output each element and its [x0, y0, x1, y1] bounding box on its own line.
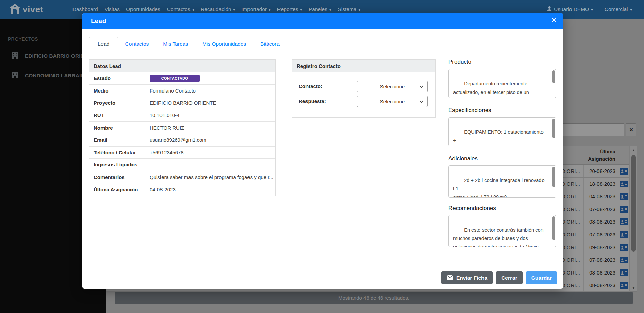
close-icon[interactable]: ×: [552, 16, 556, 24]
datos-lead-table: Datos Lead Estado CONTACTADO Medio Formu…: [89, 59, 276, 196]
field-value: usuario89269@gm1.com: [145, 134, 275, 146]
field-value: 04-08-2023: [145, 183, 275, 196]
chevron-down-icon: [419, 99, 423, 103]
modal-header: Lead ×: [82, 13, 563, 29]
textarea-scrollbar-thumb[interactable]: [552, 70, 555, 83]
tab-lead[interactable]: Lead: [89, 37, 118, 51]
nav-item-recaudacion[interactable]: Recaudación: [201, 6, 235, 12]
enviar-ficha-label: Enviar Ficha: [456, 275, 487, 281]
tab-contactos[interactable]: Contactos: [118, 37, 156, 51]
textarea-scrollbar-thumb[interactable]: [552, 167, 555, 187]
contacto-select[interactable]: -- Seleccione --: [357, 81, 428, 92]
field-label: Nombre: [89, 122, 145, 134]
field-value: Formulario Contacto: [145, 85, 275, 97]
field-value: Quisiera saber mas sobre el programa fog…: [145, 171, 275, 183]
recomendaciones-heading: Recomendaciones: [448, 205, 556, 212]
field-row-medio: Medio Formulario Contacto: [89, 85, 275, 97]
nav-item-sistema[interactable]: Sistema: [338, 6, 360, 12]
respuesta-selected-value: -- Seleccione --: [375, 99, 410, 104]
field-label: Estado: [89, 72, 145, 84]
registro-contacto-header: Registro Contacto: [292, 60, 435, 72]
tab-mis-oportunidades[interactable]: Mis Oportunidades: [195, 37, 253, 51]
enviar-ficha-button[interactable]: Enviar Ficha: [441, 271, 493, 284]
field-row-email: Email usuario89269@gm1.com: [89, 134, 275, 147]
field-row-ultima-asignacion: Última Asignación 04-08-2023: [89, 183, 275, 196]
field-label: Medio: [89, 85, 145, 97]
field-row-nombre: Nombre HECTOR RUIZ: [89, 122, 275, 134]
field-row-estado: Estado CONTACTADO: [89, 72, 275, 85]
producto-text: Departamento recientemente actualizado, …: [453, 81, 529, 98]
adicionales-heading: Adicionales: [448, 155, 556, 162]
recomendaciones-textarea[interactable]: En este sector contarás también con much…: [448, 215, 556, 247]
modal-tabs: Lead Contactos Mis Tareas Mis Oportunida…: [89, 36, 556, 51]
adicionales-text: 2d + 2b l cocina integrada l renovado l …: [453, 178, 546, 198]
field-label: RUT: [89, 109, 145, 122]
nav-item-oportunidades[interactable]: Oportunidades: [126, 6, 160, 12]
datos-lead-header: Datos Lead: [89, 60, 275, 72]
modal-title: Lead: [91, 17, 106, 25]
field-value: EDIFICIO BARRIO ORIENTE: [145, 97, 275, 109]
field-row-proyecto: Proyecto EDIFICIO BARRIO ORIENTE: [89, 97, 275, 109]
field-label: Comentarios: [89, 171, 145, 183]
field-label: Email: [89, 134, 145, 146]
field-value: CONTACTADO: [145, 72, 275, 84]
field-value: 10.101.010-4: [145, 109, 275, 122]
field-label: Última Asignación: [89, 183, 145, 196]
field-row-rut: RUT 10.101.010-4: [89, 109, 275, 122]
producto-textarea[interactable]: Departamento recientemente actualizado, …: [448, 69, 556, 98]
lead-modal: Lead × Lead Contactos Mis Tareas Mis Opo…: [82, 13, 563, 289]
role-menu[interactable]: Comercial: [605, 6, 632, 12]
user-menu[interactable]: Usuario DEMO: [547, 6, 593, 13]
field-row-telefono: Teléfono / Celular +56912345678: [89, 147, 275, 159]
cerrar-button[interactable]: Cerrar: [496, 271, 523, 284]
adicionales-textarea[interactable]: 2d + 2b l cocina integrada l renovado l …: [448, 165, 556, 198]
nav-item-reportes[interactable]: Reportes: [277, 6, 302, 12]
field-value: +56912345678: [145, 147, 275, 159]
tab-mis-tareas[interactable]: Mis Tareas: [156, 37, 195, 51]
nav-menu: Dashboard Visitas Oportunidades Contacto…: [72, 6, 360, 12]
nav-item-contactos[interactable]: Contactos: [167, 6, 194, 12]
guardar-button[interactable]: Guardar: [526, 271, 557, 284]
field-row-ingresos: Ingresos Líquidos --: [89, 159, 275, 171]
field-label: Ingresos Líquidos: [89, 159, 145, 171]
nav-item-paneles[interactable]: Paneles: [309, 6, 331, 12]
tab-bitacora[interactable]: Bitácora: [253, 37, 287, 51]
recomendaciones-text: En este sector contarás también con much…: [453, 227, 544, 247]
envelope-icon: [447, 275, 453, 281]
especificaciones-text: EQUIPAMIENTO: 1 estacionamiento + bodega…: [453, 129, 545, 146]
textarea-scrollbar-thumb[interactable]: [552, 216, 555, 240]
field-value: --: [145, 159, 275, 171]
field-label: Proyecto: [89, 97, 145, 109]
registro-contacto-panel: Registro Contacto Contacto: -- Seleccion…: [292, 59, 436, 118]
respuesta-label: Respuesta:: [299, 98, 326, 104]
especificaciones-textarea[interactable]: EQUIPAMIENTO: 1 estacionamiento + bodega…: [448, 117, 556, 146]
nav-item-visitas[interactable]: Visitas: [105, 6, 120, 12]
nav-item-importador[interactable]: Importador: [241, 6, 270, 12]
field-label: Teléfono / Celular: [89, 147, 145, 159]
field-value: HECTOR RUIZ: [145, 122, 275, 134]
producto-heading: Producto: [448, 59, 556, 66]
house-logo-icon: [9, 4, 21, 15]
user-name: Usuario DEMO: [554, 6, 593, 12]
contacto-selected-value: -- Seleccione --: [375, 84, 410, 89]
brand-name: vivet: [23, 4, 43, 15]
user-icon: [547, 6, 552, 13]
app-root: vivet Dashboard Visitas Oportunidades Co…: [0, 0, 644, 313]
navbar-right: Usuario DEMO Comercial: [547, 6, 644, 13]
contacto-label: Contacto:: [299, 83, 322, 89]
field-row-comentarios: Comentarios Quisiera saber mas sobre el …: [89, 171, 275, 184]
textarea-scrollbar-thumb[interactable]: [552, 119, 555, 138]
nav-item-dashboard[interactable]: Dashboard: [72, 6, 98, 12]
modal-footer: Enviar Ficha Cerrar Guardar: [441, 271, 557, 284]
especificaciones-heading: Especificaciones: [448, 107, 556, 114]
product-info-column: Producto Departamento recientemente actu…: [448, 55, 556, 247]
respuesta-select[interactable]: -- Seleccione --: [357, 96, 428, 107]
status-badge: CONTACTADO: [150, 75, 200, 82]
chevron-down-icon: [419, 84, 423, 88]
brand-logo[interactable]: vivet: [9, 4, 43, 15]
